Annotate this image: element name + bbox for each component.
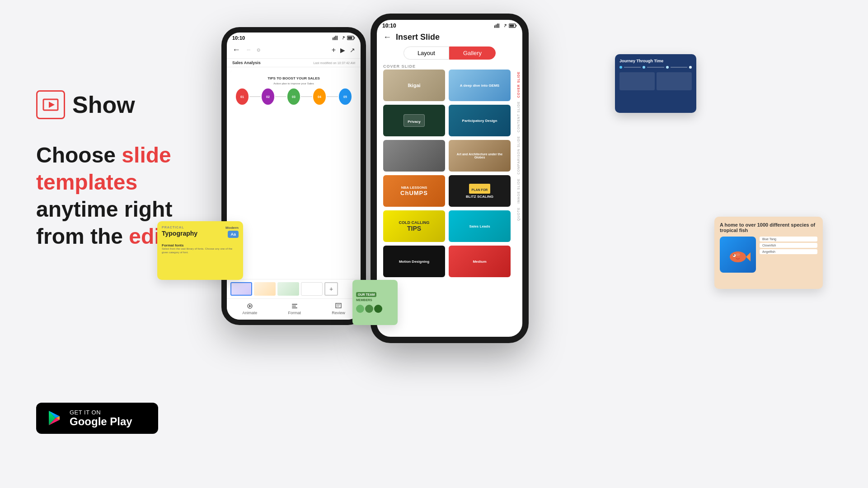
svg-rect-17 bbox=[292, 306, 296, 307]
thumb-3[interactable] bbox=[277, 282, 299, 296]
file-name-1: Sales Analysis bbox=[232, 60, 261, 65]
svg-rect-8 bbox=[335, 36, 336, 40]
svg-rect-9 bbox=[337, 36, 338, 40]
peach-fish-image bbox=[720, 237, 756, 273]
peach-text-list: Blue Tang Clownfish Angelfish bbox=[760, 237, 817, 273]
tab-layout[interactable]: Layout bbox=[404, 46, 449, 60]
template-card-motion[interactable]: Motion Designing bbox=[383, 246, 445, 277]
template-card-sales[interactable]: Sales Leads bbox=[449, 210, 511, 242]
svg-rect-18 bbox=[292, 307, 297, 308]
fish-item-3: Angelfish bbox=[760, 249, 817, 254]
insert-slide-title: Insert Slide bbox=[396, 33, 440, 42]
step-2: 02 bbox=[262, 88, 274, 105]
svg-rect-13 bbox=[354, 37, 355, 39]
nav-icons-1: + ▶ ↗ bbox=[332, 46, 355, 54]
svg-rect-27 bbox=[510, 25, 514, 27]
template-card-book[interactable]: A deep dive into GEMS bbox=[449, 70, 511, 101]
template-col-2: A deep dive into GEMS Participatory Desi… bbox=[449, 70, 511, 330]
insert-slide-header: ← Insert Slide bbox=[377, 30, 522, 44]
template-card-cold-tips[interactable]: COLD CALLING TIPS bbox=[383, 210, 445, 242]
slide-content: TIPS TO BOOST YOUR SALES Action plan to … bbox=[230, 71, 357, 275]
step-4: 04 bbox=[313, 88, 326, 105]
file-modified: Last modified on 10:37:42 AM bbox=[313, 61, 355, 65]
phone-1: 10:10 ← ··· ⊙ + ▶ ↗ Sales Analysis Last … bbox=[221, 27, 366, 325]
status-icons-2 bbox=[494, 23, 517, 28]
add-icon-1[interactable]: + bbox=[332, 46, 336, 54]
svg-marker-15 bbox=[249, 305, 252, 307]
tab-row: Layout Gallery bbox=[377, 46, 522, 60]
time-1: 10:10 bbox=[232, 35, 245, 41]
template-grid: Ikigai Privacy bbox=[377, 70, 517, 337]
modern-label: Modern bbox=[225, 226, 239, 230]
formal-fonts-desc: Select from the vast library of fonts. C… bbox=[162, 247, 239, 255]
svg-rect-21 bbox=[494, 25, 495, 28]
float-card-dark-blue: Journey Through Time bbox=[615, 54, 696, 113]
svg-rect-22 bbox=[496, 24, 497, 28]
bottom-nav-1: Animate Format Review bbox=[227, 298, 361, 320]
dark-card-timeline bbox=[619, 66, 692, 69]
label-cover: COVER SLIDE bbox=[517, 70, 522, 99]
google-play-icon bbox=[47, 410, 63, 426]
float-card-green: OUR TEAM MEMBERS bbox=[352, 280, 398, 325]
fish-item-2: Clownfish bbox=[760, 243, 817, 248]
template-card-privacy[interactable]: Privacy bbox=[383, 105, 445, 136]
svg-point-29 bbox=[730, 251, 746, 262]
svg-point-25 bbox=[504, 26, 505, 27]
bottom-nav-animate[interactable]: Animate bbox=[242, 302, 257, 315]
svg-point-33 bbox=[736, 253, 740, 256]
thumbnail-strip: + bbox=[227, 279, 361, 298]
svg-rect-24 bbox=[498, 23, 499, 28]
float-card-peach: A home to over 1000 different species of… bbox=[714, 217, 823, 289]
template-card-nba-champs[interactable]: NBA LESSONS ChUMPS bbox=[383, 175, 445, 207]
phone-2-screen: 10:10 ← Insert Slide Layout Gallery COVE… bbox=[377, 20, 522, 337]
logo-text: Show bbox=[72, 91, 135, 118]
peach-card-title: A home to over 1000 different species of… bbox=[720, 222, 817, 233]
bottom-nav-format[interactable]: Format bbox=[288, 302, 301, 315]
svg-point-10 bbox=[343, 38, 343, 39]
label-image: IMAGE SLIDE bbox=[517, 177, 522, 205]
champs-label: ChUMPS bbox=[400, 190, 428, 196]
get-it-on-text: GET IT ON bbox=[70, 409, 132, 416]
peach-card-content: Blue Tang Clownfish Angelfish bbox=[720, 237, 817, 273]
slide-title: TIPS TO BOOST YOUR SALES bbox=[267, 76, 320, 80]
infographic-row: 01 02 03 04 05 bbox=[236, 88, 352, 105]
svg-rect-6 bbox=[333, 37, 333, 40]
thumb-1[interactable] bbox=[230, 282, 252, 296]
template-area: Ikigai Privacy bbox=[377, 70, 522, 337]
thumb-4[interactable] bbox=[301, 282, 323, 296]
show-logo-icon bbox=[36, 90, 65, 119]
side-labels: COVER SLIDE CONTENT SLIDE COMPARISON SLI… bbox=[517, 70, 522, 337]
tab-gallery[interactable]: Gallery bbox=[449, 46, 496, 60]
thumb-add[interactable]: + bbox=[324, 282, 338, 296]
template-card-participatory[interactable]: Participatory Design bbox=[449, 105, 511, 136]
template-card-architecture[interactable] bbox=[383, 140, 445, 172]
back-arrow-1[interactable]: ← bbox=[232, 45, 240, 55]
play-icon-1[interactable]: ▶ bbox=[340, 46, 345, 54]
svg-rect-28 bbox=[516, 25, 517, 27]
template-card-beige[interactable]: Ikigai bbox=[383, 70, 445, 101]
nav-bar-1: ← ··· ⊙ + ▶ ↗ bbox=[227, 42, 361, 59]
google-play-button[interactable]: GET IT ON Google Play bbox=[36, 403, 158, 434]
typography-title: Typography bbox=[162, 230, 197, 237]
tips-label: TIPS bbox=[407, 225, 421, 232]
template-card-medium[interactable]: Medium bbox=[449, 246, 511, 277]
thumb-2[interactable] bbox=[254, 282, 276, 296]
template-card-warm[interactable]: Art and Architecture under the Globes bbox=[449, 140, 511, 172]
template-card-blitz[interactable]: PLAN FOR BLITZ SCALING bbox=[449, 175, 511, 207]
share-icon-1[interactable]: ↗ bbox=[350, 46, 355, 54]
phone-1-screen: 10:10 ← ··· ⊙ + ▶ ↗ Sales Analysis Last … bbox=[227, 33, 361, 320]
status-icons-1 bbox=[333, 36, 355, 40]
typography-label: PRACTICAL bbox=[162, 226, 197, 229]
svg-point-32 bbox=[733, 255, 735, 256]
label-content: CONTENT SLIDE bbox=[517, 99, 522, 134]
status-bar-2: 10:10 bbox=[377, 20, 522, 30]
svg-rect-23 bbox=[497, 23, 498, 28]
cover-slide-label: COVER SLIDE bbox=[377, 62, 522, 70]
float-card-typography: PRACTICAL Typography Modern Aa Formal fo… bbox=[157, 221, 243, 280]
svg-marker-30 bbox=[746, 252, 751, 261]
back-arrow-2[interactable]: ← bbox=[383, 33, 391, 42]
svg-rect-12 bbox=[348, 37, 352, 39]
dark-card-title: Journey Through Time bbox=[619, 59, 692, 63]
bottom-nav-review[interactable]: Review bbox=[332, 302, 345, 315]
step-1: 01 bbox=[236, 88, 249, 105]
